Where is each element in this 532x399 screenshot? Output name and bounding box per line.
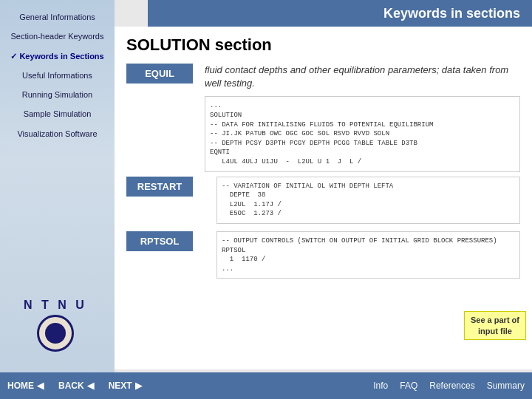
code-line: SOLUTION	[210, 111, 515, 120]
back-icon: ◀	[87, 381, 94, 391]
code-line: L2UL 1.17J /	[222, 200, 515, 210]
code-line: -- OUTPUT CONTROLS (SWITCH ON OUTPUT OF …	[222, 236, 515, 246]
sidebar-item-keywords[interactable]: ✓ Keywords in Sections	[0, 47, 115, 66]
ntnu-inner-icon	[45, 323, 66, 344]
code-line: ...	[210, 101, 515, 111]
input-file-box[interactable]: See a part of input file	[464, 311, 526, 340]
restart-button[interactable]: RESTART	[126, 177, 193, 197]
sidebar-item-section-header[interactable]: Section-header Keywords	[0, 27, 115, 46]
home-icon: ◀	[37, 381, 44, 391]
equil-description: fluid contact depths and other equilibra…	[205, 64, 520, 90]
rptsol-button[interactable]: RPTSOL	[126, 231, 193, 251]
info-button[interactable]: Info	[373, 381, 388, 391]
back-label: BACK	[58, 381, 84, 391]
next-label: NEXT	[109, 381, 132, 391]
next-button[interactable]: NEXT ▶	[109, 381, 142, 391]
equil-button[interactable]: EQUIL	[126, 64, 193, 83]
main-content: SOLUTION section EQUIL fluid contact dep…	[115, 27, 532, 369]
code-line: ...	[222, 265, 515, 274]
sidebar-item-sample[interactable]: Sample Simulation	[0, 104, 115, 123]
code-line: E5OC 1.273 /	[222, 209, 515, 219]
code-line: EQNTI	[210, 148, 515, 157]
code-line: -- VARIATION OF INITIAL OL WITH DEPTH LE…	[222, 182, 515, 191]
equil-row: EQUIL fluid contact depths and other equ…	[126, 64, 520, 90]
page-header: Keywords in sections	[148, 0, 532, 27]
sidebar-item-general[interactable]: General Informations	[0, 7, 115, 27]
restart-row: RESTART -- VARIATION OF INITIAL OL WITH …	[126, 177, 520, 228]
rptsol-row: RPTSOL -- OUTPUT CONTROLS (SWITCH ON OUT…	[126, 231, 520, 283]
code-block: ... SOLUTION -- DATA FOR INITIALISING FL…	[205, 96, 520, 171]
sidebar-item-useful[interactable]: Useful Informations	[0, 66, 115, 85]
input-file-line1: See a part of	[471, 315, 519, 325]
home-button[interactable]: HOME ◀	[7, 381, 44, 391]
code-line: -- DATA FOR INITIALISING FLUIDS TO POTEN…	[210, 120, 515, 130]
code-line: RPTSOL	[222, 246, 515, 256]
home-label: HOME	[7, 381, 34, 391]
ntnu-logo: N T N U	[7, 299, 103, 355]
code-line: 1 1170 /	[222, 255, 515, 265]
code-line: -- DEPTH PCSY D3PTH PCGY DEPTH PCGG TABL…	[210, 139, 515, 149]
code-line: L4UL 4ULJ U1JU - L2UL U 1 J L /	[210, 157, 515, 167]
page-title: Keywords in sections	[383, 6, 520, 21]
input-file-line2: input file	[471, 326, 519, 336]
references-button[interactable]: References	[429, 381, 474, 391]
back-button[interactable]: BACK ◀	[58, 381, 94, 391]
restart-code: -- VARIATION OF INITIAL OL WITH DEPTH LE…	[216, 177, 520, 224]
rptsol-code: -- OUTPUT CONTROLS (SWITCH ON OUTPUT OF …	[216, 231, 520, 279]
checkmark-icon: ✓	[10, 52, 17, 61]
next-icon: ▶	[135, 381, 142, 391]
section-title: SOLUTION section	[126, 35, 520, 55]
code-line: DEPTE 38	[222, 191, 515, 200]
ntnu-circle-icon	[37, 315, 74, 352]
sidebar-item-running[interactable]: Running Simulation	[0, 85, 115, 104]
code-line: -- JI.JK PATUB OWC OGC GOC SOL RSVD RVVD…	[210, 129, 515, 139]
sidebar: General Informations Section-header Keyw…	[0, 0, 115, 399]
sidebar-item-visualization[interactable]: Visualization Software	[0, 124, 115, 143]
bottom-nav: HOME ◀ BACK ◀ NEXT ▶ Info FAQ References…	[0, 372, 532, 399]
ntnu-text: N T N U	[7, 299, 103, 312]
faq-button[interactable]: FAQ	[400, 381, 417, 391]
summary-button[interactable]: Summary	[487, 381, 525, 391]
